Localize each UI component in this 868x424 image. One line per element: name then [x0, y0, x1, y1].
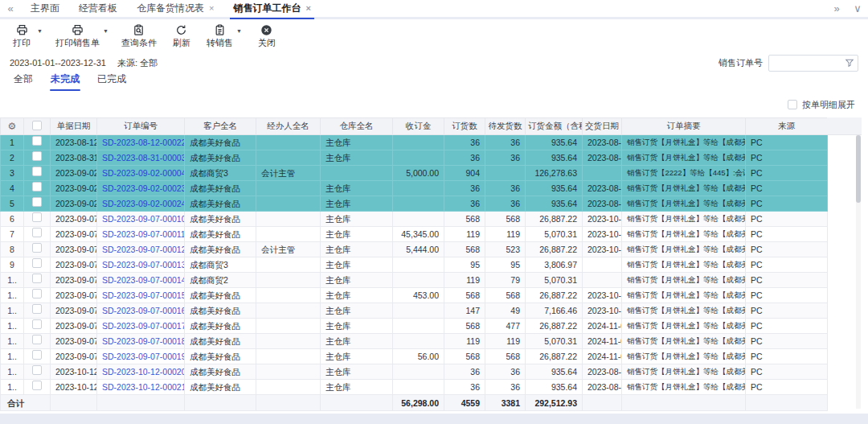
select-all-checkbox[interactable] [32, 121, 42, 130]
table-row[interactable]: 8 2023-09-07 SD-2023-09-07-00012 成都美好食品 … [1, 242, 828, 257]
col-deposit[interactable]: 收订金 [393, 118, 444, 135]
print-dropdown-caret-icon[interactable]: ▼ [37, 28, 43, 34]
table-row[interactable]: 1.. 2023-10-12 SD-2023-10-12-00021 成都美好食… [1, 380, 828, 395]
print-sales-slip-dropdown-caret-icon[interactable]: ▼ [103, 28, 108, 34]
cell-order-qty: 568 [444, 242, 485, 257]
order-number-link[interactable]: SD-2023-09-02-00024 [102, 199, 185, 208]
tab-warehouse-stock-report[interactable]: 仓库备货情况表 × [127, 0, 223, 17]
convert-to-sales-button[interactable]: 转销售 [207, 24, 233, 48]
tab-all[interactable]: 全部 [5, 72, 42, 92]
col-order-qty[interactable]: 订货数 [444, 118, 485, 135]
tabs-scroll-left-icon[interactable]: « [0, 0, 21, 17]
table-row[interactable]: 9 2023-09-07 SD-2023-09-07-00013 成都商贸3 主… [1, 257, 828, 273]
cell-deposit: 453.00 [393, 288, 444, 303]
row-checkbox[interactable] [32, 319, 42, 329]
query-conditions-button[interactable]: 查询条件 [121, 24, 157, 48]
order-number-link[interactable]: SD-2023-10-12-00020 [102, 367, 185, 377]
col-warehouse-name[interactable]: 仓库全名 [321, 118, 393, 135]
table-row[interactable]: 4 2023-09-02 SD-2023-09-02-00023 成都美好食品 … [1, 181, 828, 196]
row-checkbox[interactable] [32, 151, 42, 161]
vertical-scrollbar[interactable] [856, 135, 861, 409]
table-row[interactable]: 2 2023-08-31 SD-2023-08-31-00003 成都美好食品 … [1, 150, 828, 166]
filter-funnel-icon[interactable] [845, 58, 854, 68]
row-checkbox[interactable] [32, 274, 42, 283]
table-row[interactable]: 5 2023-09-02 SD-2023-09-02-00024 成都美好食品 … [1, 196, 828, 212]
row-checkbox[interactable] [32, 350, 42, 360]
table-row[interactable]: 1.. 2023-09-07 SD-2023-09-07-00014 成都商贸2… [1, 273, 828, 288]
row-checkbox[interactable] [32, 335, 42, 344]
cell-source: PC [746, 212, 828, 227]
table-row[interactable]: 1.. 2023-10-12 SD-2023-10-12-00020 成都美好食… [1, 364, 828, 380]
print-button[interactable]: 打印 [10, 24, 34, 48]
col-customer-name[interactable]: 客户全名 [185, 118, 256, 135]
tab-dashboard[interactable]: 经营看板 [69, 0, 127, 17]
order-number-link[interactable]: SD-2023-09-02-00004 [102, 168, 185, 178]
order-number-link[interactable]: SD-2023-09-02-00023 [102, 183, 185, 193]
refresh-button[interactable]: 刷新 [170, 24, 194, 48]
table-row[interactable]: 1.. 2023-09-07 SD-2023-09-07-00015 成都美好食… [1, 288, 828, 303]
row-checkbox[interactable] [32, 197, 42, 207]
row-checkbox[interactable] [32, 136, 42, 146]
order-number-link[interactable]: SD-2023-08-31-00003 [102, 153, 185, 163]
close-icon[interactable]: × [305, 4, 310, 13]
row-checkbox[interactable] [32, 381, 42, 390]
column-settings-gear-icon[interactable]: ⚙ [8, 121, 17, 132]
table-row[interactable]: 1.. 2023-09-07 SD-2023-09-07-00019 成都美好食… [1, 349, 828, 364]
convert-dropdown-caret-icon[interactable]: ▼ [236, 28, 242, 34]
tabs-list-chevron-icon[interactable]: ∨ [847, 0, 868, 17]
close-icon[interactable]: × [209, 4, 214, 13]
tab-sales-order-workbench[interactable]: 销售订单工作台 × [223, 0, 320, 17]
table-row[interactable]: 6 2023-09-07 SD-2023-09-07-00010 成都美好食品 … [1, 212, 828, 227]
order-number-link[interactable]: SD-2023-09-07-00018 [102, 336, 185, 346]
order-number-link[interactable]: SD-2023-09-07-00015 [102, 290, 185, 300]
cell-handler [256, 273, 321, 288]
cell-delivery-date: 2023-08-09 [583, 181, 622, 196]
col-doc-date[interactable]: 单据日期 [51, 118, 97, 135]
table-row[interactable]: 1.. 2023-09-07 SD-2023-09-07-00016 成都美好食… [1, 303, 828, 319]
row-checkbox[interactable] [32, 243, 42, 253]
order-number-link[interactable]: SD-2023-09-07-00010 [102, 214, 185, 224]
expand-by-detail-checkbox[interactable] [788, 100, 797, 109]
scrollbar-thumb[interactable] [856, 135, 861, 203]
cell-deposit [393, 150, 444, 166]
row-checkbox[interactable] [32, 182, 42, 191]
row-checkbox[interactable] [32, 212, 42, 222]
table-row[interactable]: 1.. 2023-09-07 SD-2023-09-07-00017 成都美好食… [1, 319, 828, 334]
order-number-link[interactable]: SD-2023-09-07-00016 [102, 306, 185, 315]
expand-by-detail-label: 按单明细展开 [802, 99, 855, 111]
table-row[interactable]: 1.. 2023-09-07 SD-2023-09-07-00018 成都美好食… [1, 334, 828, 349]
order-number-link[interactable]: SD-2023-09-07-00013 [102, 260, 185, 270]
table-row[interactable]: 1 2023-08-12 SD-2023-08-12-00022 成都美好食品 … [1, 135, 828, 150]
col-delivery-date[interactable]: 交货日期 [583, 118, 622, 135]
tab-unfinished[interactable]: 未完成 [42, 72, 88, 92]
order-number-link[interactable]: SD-2023-09-07-00017 [102, 321, 185, 331]
order-number-link[interactable]: SD-2023-09-07-00011 [102, 229, 185, 239]
col-source[interactable]: 来源 [746, 118, 828, 135]
cell-pending-qty: 568 [485, 288, 526, 303]
order-number-link[interactable]: SD-2023-09-07-00012 [102, 245, 185, 254]
col-order-summary[interactable]: 订单摘要 [622, 118, 746, 135]
cell-source: PC [746, 166, 828, 181]
row-checkbox[interactable] [32, 304, 42, 314]
print-sales-slip-button[interactable]: 打印销售单 [55, 24, 100, 48]
cell-doc-date: 2023-08-31 [51, 150, 97, 166]
order-number-link[interactable]: SD-2023-10-12-00021 [102, 382, 185, 392]
row-checkbox[interactable] [32, 258, 42, 268]
row-checkbox[interactable] [32, 365, 42, 375]
col-order-number[interactable]: 订单编号 [97, 118, 185, 135]
row-checkbox[interactable] [32, 228, 42, 237]
order-number-link[interactable]: SD-2023-08-12-00022 [102, 138, 185, 147]
row-checkbox[interactable] [32, 289, 42, 298]
order-number-link[interactable]: SD-2023-09-07-00019 [102, 352, 185, 361]
col-handler-name[interactable]: 经办人全名 [256, 118, 321, 135]
table-row[interactable]: 3 2023-09-02 SD-2023-09-02-00004 成都商贸3 会… [1, 166, 828, 181]
tabs-scroll-right-icon[interactable]: » [826, 0, 847, 17]
tab-home[interactable]: 主界面 [21, 0, 69, 17]
tab-finished[interactable]: 已完成 [88, 72, 135, 92]
order-number-link[interactable]: SD-2023-09-07-00014 [102, 275, 185, 285]
col-order-amount[interactable]: 订货金额（含税） [526, 118, 583, 135]
row-checkbox[interactable] [32, 167, 42, 176]
table-row[interactable]: 7 2023-09-07 SD-2023-09-07-00011 成都美好食品 … [1, 227, 828, 242]
col-pending-qty[interactable]: 待发货数 [485, 118, 526, 135]
close-workbench-button[interactable]: 关闭 [255, 24, 279, 48]
